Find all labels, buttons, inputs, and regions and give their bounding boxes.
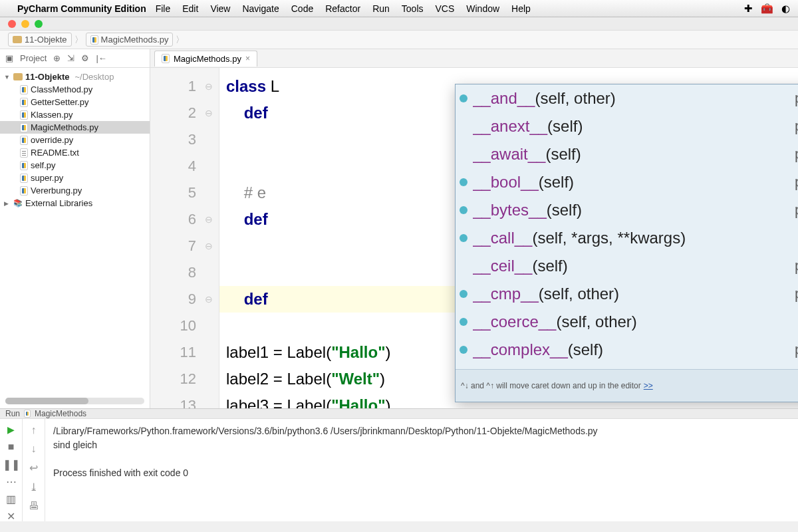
run-header-script: MagicMethods: [35, 409, 86, 418]
completion-item[interactable]: __coerce__(self, other) predef…: [456, 308, 798, 336]
breadcrumb-root[interactable]: 11-Objekte: [8, 33, 72, 47]
menu-tools[interactable]: Tools: [402, 3, 424, 14]
python-file-icon: [20, 123, 28, 132]
menu-vcs[interactable]: VCS: [436, 3, 455, 14]
tree-file[interactable]: Klassen.py: [0, 108, 150, 121]
sidebar-title: Project: [20, 53, 47, 63]
completion-bullet-icon: [460, 234, 467, 242]
completion-item[interactable]: __bytes__(self) predefined: [456, 196, 798, 224]
menu-refactor[interactable]: Refactor: [325, 3, 360, 14]
tree-file[interactable]: override.py: [0, 134, 150, 146]
menu-view[interactable]: View: [210, 3, 230, 14]
python-file-icon: [90, 35, 98, 45]
run-panel: Run MagicMethods ▶ ■ ❚❚ ⋯ ▥ ✕ ↑ ↓ ↩ ⤓ 🖶 …: [0, 408, 798, 521]
window-zoom-icon[interactable]: [35, 20, 43, 28]
folder-icon: [13, 73, 23, 80]
tree-file[interactable]: README.txt: [0, 146, 150, 159]
more-icon[interactable]: ⋯: [5, 476, 17, 487]
breadcrumb-file[interactable]: MagicMethods.py: [86, 33, 174, 47]
completion-bullet-icon: [460, 94, 467, 102]
window-controls: [0, 17, 798, 31]
menu-edit[interactable]: Edit: [182, 3, 198, 14]
menubar-app-name[interactable]: PyCharm Community Edition: [17, 3, 146, 14]
editor-tab[interactable]: MagicMethods.py ×: [154, 51, 257, 66]
menu-help[interactable]: Help: [511, 3, 531, 14]
expand-icon[interactable]: ▶: [4, 200, 11, 207]
tray-icon-3[interactable]: ◐: [781, 3, 790, 15]
completion-item[interactable]: __ceil__(self) predefined: [456, 252, 798, 280]
run-panel-header[interactable]: Run MagicMethods: [0, 409, 798, 419]
completion-item[interactable]: __and__(self, other) predefined: [456, 84, 798, 112]
run-exit-line: Process finished with exit code 0: [53, 466, 790, 480]
completion-hint: ^↓ and ^↑ will move caret down and up in…: [456, 369, 798, 402]
python-file-icon: [20, 136, 28, 145]
tree-file[interactable]: ClassMethod.py: [0, 83, 150, 96]
completion-item[interactable]: __complex__(self) predefined: [456, 336, 798, 364]
close-icon[interactable]: ✕: [5, 511, 17, 521]
sidebar-toolbar: ▣ Project ⊕ ⇲ ⚙ |←: [0, 49, 150, 68]
tree-file-name: super.py: [31, 173, 63, 183]
up-icon[interactable]: ↑: [31, 424, 37, 436]
gear-icon[interactable]: ⚙: [81, 53, 89, 63]
hint-link[interactable]: >>: [644, 372, 653, 399]
python-file-icon: [20, 110, 28, 120]
collapse-icon[interactable]: |←: [96, 53, 106, 63]
completion-bullet-icon: [460, 206, 467, 214]
tree-file[interactable]: GetterSetter.py: [0, 96, 150, 108]
completion-signature: __and__(self, other): [473, 86, 788, 111]
completion-signature: __call__(self, *args, **kwargs): [473, 225, 798, 251]
completion-item[interactable]: __contains__(self, item) prede: [456, 364, 798, 369]
text-file-icon: [20, 148, 28, 158]
wrap-icon[interactable]: ↩: [29, 462, 38, 474]
close-icon[interactable]: ×: [245, 54, 250, 63]
pause-button[interactable]: ❚❚: [5, 459, 17, 469]
completion-item[interactable]: __cmp__(self, other) predefined: [456, 280, 798, 308]
menu-code[interactable]: Code: [291, 3, 313, 14]
scroll-icon[interactable]: ⤓: [29, 481, 38, 493]
completion-item[interactable]: __bool__(self) predefined: [456, 168, 798, 196]
run-toolbar: ▶ ■ ❚❚ ⋯ ▥ ✕: [0, 419, 23, 521]
tree-file[interactable]: self.py: [0, 159, 150, 172]
breadcrumb-root-label: 11-Objekte: [25, 35, 67, 45]
tree-root[interactable]: ▼ 11-Objekte ~/Desktop: [0, 70, 150, 83]
tree-external-libs[interactable]: ▶ 📚 External Libraries: [0, 197, 150, 209]
sidebar-tool-2[interactable]: ⇲: [67, 53, 74, 63]
completion-item[interactable]: __call__(self, *args, **kwargs): [456, 224, 798, 252]
down-icon[interactable]: ↓: [31, 443, 37, 455]
python-file-icon: [20, 85, 28, 94]
print-icon[interactable]: 🖶: [29, 500, 39, 512]
tray-icon-1[interactable]: ✚: [744, 3, 753, 15]
project-tool-icon[interactable]: ▣: [5, 53, 13, 63]
stop-button[interactable]: ■: [5, 442, 17, 452]
run-command: /Library/Frameworks/Python.framework/Ver…: [53, 424, 790, 438]
window-minimize-icon[interactable]: [21, 20, 29, 28]
editor-tabs: MagicMethods.py ×: [150, 49, 798, 68]
completion-tag: predefined: [795, 86, 798, 111]
completion-signature: __coerce__(self, other): [473, 309, 798, 334]
sidebar-scrollbar[interactable]: [5, 398, 144, 404]
python-file-icon: [162, 54, 170, 63]
tree-file[interactable]: Vererbung.py: [0, 184, 150, 197]
hint-text: ^↓ and ^↑ will move caret down and up in…: [461, 372, 641, 399]
tree-file[interactable]: super.py: [0, 172, 150, 184]
tray-icon-2[interactable]: 🧰: [761, 3, 773, 15]
window-close-icon[interactable]: [8, 20, 16, 28]
code-editor[interactable]: 12345678910111213 ⊖⊖⊖⊖⊖ class L def # e …: [150, 68, 798, 408]
run-button[interactable]: ▶: [5, 424, 17, 435]
completion-bullet-icon: [460, 178, 467, 186]
menu-navigate[interactable]: Navigate: [242, 3, 279, 14]
sidebar-tool-1[interactable]: ⊕: [53, 53, 61, 63]
completion-signature: __bool__(self): [473, 170, 788, 195]
expand-icon[interactable]: ▼: [4, 74, 11, 80]
completion-item[interactable]: __await__(self) predefined: [456, 140, 798, 168]
tree-file[interactable]: MagicMethods.py: [0, 121, 150, 134]
tree-file-name: README.txt: [31, 148, 79, 158]
layout-icon[interactable]: ▥: [5, 493, 17, 504]
menu-file[interactable]: File: [156, 3, 171, 14]
completion-item[interactable]: __anext__(self) predefined: [456, 112, 798, 140]
menu-window[interactable]: Window: [466, 3, 499, 14]
code-completion-popup: __and__(self, other) predefined __anext_…: [455, 84, 798, 402]
menu-run[interactable]: Run: [372, 3, 390, 14]
run-output[interactable]: /Library/Frameworks/Python.framework/Ver…: [45, 419, 798, 521]
completion-tag: predefined: [795, 142, 798, 167]
